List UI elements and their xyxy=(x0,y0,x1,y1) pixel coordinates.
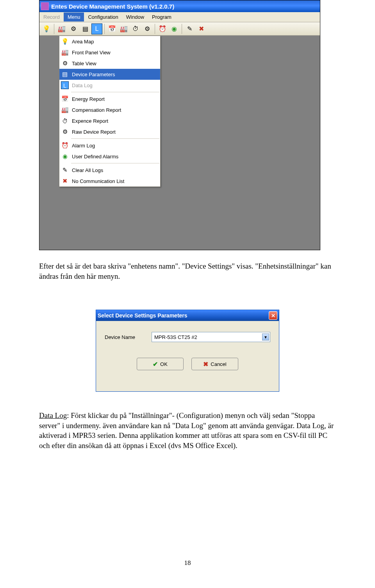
toolbar-gear-icon[interactable]: ⚙ xyxy=(68,23,79,34)
toolbar-calendar-icon[interactable]: 📅 xyxy=(107,23,118,34)
menu-item-energy-report[interactable]: 📅 Energy Report xyxy=(59,93,160,104)
toolbar-separator xyxy=(182,24,182,34)
body-paragraph-1: Efter det så är det bara skriva "enheten… xyxy=(39,261,336,281)
menu-item-clear-all-logs[interactable]: ✎ Clear All Logs xyxy=(59,165,160,176)
body-paragraph-2: Data Log: Först klickar du på "Inställni… xyxy=(39,411,336,451)
menu-item-label: Energy Report xyxy=(70,96,157,102)
toolbar-panel2-icon[interactable]: 🏭 xyxy=(118,23,129,34)
menu-item-alarm-log[interactable]: ⏰ Alarm Log xyxy=(59,140,160,151)
menu-item-user-defined-alarms[interactable]: ◉ User Defined Alarms xyxy=(59,151,160,162)
toolbar-clock-icon[interactable]: ⏱ xyxy=(130,23,141,34)
menu-item-label: Raw Device Report xyxy=(70,129,157,135)
menu-item-raw-device-report[interactable]: ⚙ Raw Device Report xyxy=(59,126,160,137)
toolbar-separator xyxy=(155,24,155,34)
menubar-menu[interactable]: Menu xyxy=(64,13,84,22)
menu-item-no-communication-list[interactable]: ✖ No Communication List xyxy=(59,176,160,186)
menu-item-label: Device Parameters xyxy=(70,72,157,77)
toolbar-gear2-icon[interactable]: ⚙ xyxy=(142,23,153,34)
dialog-title: Select Device Settings Parameters xyxy=(98,312,188,319)
chevron-down-icon: ▼ xyxy=(262,333,269,341)
close-icon: ✕ xyxy=(271,313,275,319)
menu-item-label: Alarm Log xyxy=(70,143,157,149)
menu-item-data-log[interactable]: L Data Log xyxy=(59,80,160,91)
toolbar: 💡 🏭 ⚙ ▤ L 📅 🏭 ⏱ ⚙ ⏰ ◉ ✎ ✖ xyxy=(39,22,320,36)
clock-icon: ⏱ xyxy=(59,115,70,126)
menu-item-label: Table View xyxy=(70,61,157,66)
panel-icon: 🏭 xyxy=(59,47,70,58)
toolbar-log-icon[interactable]: L xyxy=(91,23,102,34)
menu-item-label: Clear All Logs xyxy=(70,167,157,173)
menu-item-label: No Communication List xyxy=(70,178,157,184)
menu-item-expence-report[interactable]: ⏱ Expence Report xyxy=(59,115,160,126)
paragraph2-lead: Data Log xyxy=(39,411,67,419)
toolbar-bulb-icon[interactable]: 💡 xyxy=(41,23,52,34)
green-dot-icon: ◉ xyxy=(59,151,70,162)
log-icon: L xyxy=(61,81,69,89)
menubar-program[interactable]: Program xyxy=(148,13,175,22)
menu-separator xyxy=(71,92,159,92)
device-name-label: Device Name xyxy=(105,334,148,340)
menu-item-area-map[interactable]: 💡 Area Map xyxy=(59,36,160,47)
brush-icon: ✎ xyxy=(59,165,70,176)
menubar: Record Menu Configuration Window Program xyxy=(39,12,320,22)
gear-icon: ⚙ xyxy=(59,126,70,137)
menubar-record[interactable]: Record xyxy=(39,13,64,22)
client-area: 💡 Area Map 🏭 Front Panel View ⚙ Table Vi… xyxy=(39,36,320,250)
app-window-screenshot: Entes Device Management System (v1.2.0.7… xyxy=(39,0,320,250)
alarm-icon: ⏰ xyxy=(59,140,70,151)
cancel-button[interactable]: ✖ Cancel xyxy=(191,358,238,370)
menu-item-label: Front Panel View xyxy=(70,50,157,56)
menu-item-label: Compensation Report xyxy=(70,107,157,113)
toolbar-alarm-icon[interactable]: ⏰ xyxy=(157,23,168,34)
menu-item-label: Expence Report xyxy=(70,118,157,124)
app-icon xyxy=(41,2,49,10)
toolbar-separator xyxy=(54,24,54,34)
menu-item-device-parameters[interactable]: ▤ Device Parameters xyxy=(59,69,160,80)
x-icon: ✖ xyxy=(203,360,208,368)
menu-item-compensation-report[interactable]: 🏭 Compensation Report xyxy=(59,104,160,115)
device-name-combo[interactable]: MPR-53S CT25 #2 ▼ xyxy=(152,332,270,342)
cancel-label: Cancel xyxy=(211,361,226,367)
menu-item-label: User Defined Alarms xyxy=(70,154,157,160)
close-button[interactable]: ✕ xyxy=(269,311,277,320)
menu-item-front-panel[interactable]: 🏭 Front Panel View xyxy=(59,47,160,58)
dialog-select-device-settings: Select Device Settings Parameters ✕ Devi… xyxy=(96,310,279,392)
calendar-icon: 📅 xyxy=(59,93,70,104)
ok-label: OK xyxy=(160,361,168,367)
toolbar-brush-icon[interactable]: ✎ xyxy=(184,23,195,34)
paragraph2-body: : Först klickar du på "Inställningar"- (… xyxy=(39,411,334,450)
menu-separator xyxy=(71,163,159,163)
page-number: 18 xyxy=(0,559,375,567)
check-icon: ✔ xyxy=(153,360,158,368)
ok-button[interactable]: ✔ OK xyxy=(137,358,184,370)
window-title: Entes Device Management System (v1.2.0.7… xyxy=(51,3,174,10)
bulb-icon: 💡 xyxy=(59,36,70,47)
panel-icon: 🏭 xyxy=(59,104,70,115)
toolbar-params-icon[interactable]: ▤ xyxy=(80,23,91,34)
menu-item-label: Data Log xyxy=(70,82,157,88)
toolbar-redx-icon[interactable]: ✖ xyxy=(196,23,207,34)
menu-separator xyxy=(71,138,159,139)
params-icon: ▤ xyxy=(59,69,70,80)
menu-dropdown: 💡 Area Map 🏭 Front Panel View ⚙ Table Vi… xyxy=(59,36,161,187)
menubar-configuration[interactable]: Configuration xyxy=(84,13,122,22)
window-titlebar: Entes Device Management System (v1.2.0.7… xyxy=(39,0,320,12)
menu-item-label: Area Map xyxy=(70,39,157,45)
menu-item-table-view[interactable]: ⚙ Table View xyxy=(59,58,160,69)
toolbar-separator xyxy=(104,24,105,34)
redx-icon: ✖ xyxy=(59,176,70,186)
gear-icon: ⚙ xyxy=(59,58,70,69)
toolbar-green-icon[interactable]: ◉ xyxy=(169,23,180,34)
menubar-window[interactable]: Window xyxy=(122,13,148,22)
dialog-titlebar: Select Device Settings Parameters ✕ xyxy=(96,310,279,321)
toolbar-panel-icon[interactable]: 🏭 xyxy=(56,23,67,34)
device-name-value: MPR-53S CT25 #2 xyxy=(154,334,197,340)
